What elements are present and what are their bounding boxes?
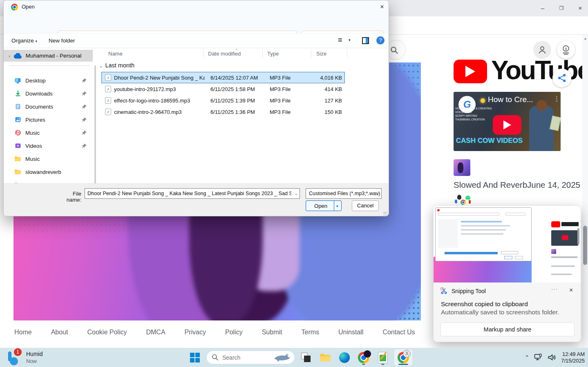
file-row[interactable]: ♪ youtube-intro-291172.mp3 6/11/2025 1:5… xyxy=(102,84,344,94)
page-search-pill[interactable] xyxy=(387,40,405,60)
window-restore-button[interactable]: ❐ xyxy=(557,4,566,12)
markup-and-share-button[interactable]: Markup and share xyxy=(440,323,575,336)
taskbar-search-input[interactable] xyxy=(222,354,271,361)
edge-button[interactable] xyxy=(337,349,352,366)
chrome-icon xyxy=(398,352,409,363)
documents-icon xyxy=(15,103,21,110)
active-indicator xyxy=(398,364,408,365)
footer-link-policy[interactable]: Policy xyxy=(225,329,243,336)
footer-link-uninstall[interactable]: Uninstall xyxy=(338,329,363,336)
footer-link-contact-us[interactable]: Contact Us xyxy=(382,329,415,336)
window-minimize-button[interactable]: – xyxy=(539,4,547,12)
notification-more-icon[interactable]: ··· xyxy=(551,286,558,292)
chrome-button[interactable] xyxy=(356,349,371,366)
file-row[interactable]: ♪ cinematic-intro-2-96470.mp3 6/11/2025 … xyxy=(102,107,344,117)
sidebar-item-documents[interactable]: Documents xyxy=(9,100,90,113)
music-icon xyxy=(15,129,21,136)
sidebar-item-pictures[interactable]: Pictures xyxy=(9,113,90,126)
screenshot-preview[interactable] xyxy=(434,206,581,282)
footer-link-submit[interactable]: Submit xyxy=(262,329,282,336)
column-header-date[interactable]: Date modified xyxy=(208,51,241,57)
dialog-close-icon[interactable]: × xyxy=(378,2,387,11)
footer-link-about[interactable]: About xyxy=(51,329,68,336)
dialog-titlebar[interactable]: Open × xyxy=(4,0,389,13)
task-view-square-front xyxy=(304,356,311,362)
file-row-selected[interactable]: ♪ Dhoor Pendi-2 New Punjabi Song _ Kaka … xyxy=(102,72,344,83)
footer-link-privacy[interactable]: Privacy xyxy=(185,329,206,336)
search-icon xyxy=(212,354,219,361)
sidebar-item-music[interactable]: Music xyxy=(9,127,90,139)
person-icon xyxy=(537,45,547,55)
file-name-dropdown-icon[interactable]: ⌄ xyxy=(295,191,298,196)
mp3-file-icon: ♪ xyxy=(105,109,111,115)
sidebar-item-os-drive[interactable]: OS (E:) xyxy=(9,179,90,183)
file-size: 127 KB xyxy=(306,98,342,104)
file-name-label: File name: xyxy=(57,191,81,203)
footer-link-dmca[interactable]: DMCA xyxy=(146,329,165,336)
notification-subtitle: Automatically saved to screenshots folde… xyxy=(441,309,559,316)
file-date: 6/11/2025 1:36 PM xyxy=(210,109,264,115)
taskbar-clock[interactable]: 12:49 AM 7/15/2025 xyxy=(561,351,585,364)
videos-icon xyxy=(15,142,21,149)
footer-link-home[interactable]: Home xyxy=(14,329,32,336)
collapse-icon[interactable]: ⌄ xyxy=(99,64,103,68)
task-view-button[interactable] xyxy=(298,349,314,366)
pictures-icon xyxy=(15,116,21,123)
view-list-icon[interactable]: ≡ xyxy=(338,36,342,44)
sidebar-item-desktop[interactable]: Desktop xyxy=(9,74,90,87)
weather-widget[interactable]: 1 Humid Now xyxy=(5,348,42,367)
sidebar-item-onedrive[interactable]: › Muhammad - Personal xyxy=(4,50,93,62)
column-header-type[interactable]: Type xyxy=(267,51,279,57)
post-thumbnail[interactable] xyxy=(454,159,470,176)
page-scrollbar[interactable]: ▲ xyxy=(582,35,588,348)
tray-chevron-icon[interactable]: ⌃ xyxy=(525,354,529,360)
scroll-up-arrow[interactable]: ▲ xyxy=(584,36,587,40)
page-scrollbar-thumb[interactable] xyxy=(583,226,587,265)
chrome-active-button[interactable] xyxy=(394,349,412,366)
view-caret-icon[interactable]: ▾ xyxy=(349,38,351,42)
mini-filename xyxy=(445,252,498,254)
taskbar-search[interactable] xyxy=(206,351,295,364)
file-row[interactable]: ♪ effect-for-logo-intro-186595.mp3 6/11/… xyxy=(102,95,344,106)
sidebar-item-slowandreverb[interactable]: slowandreverb xyxy=(9,166,90,178)
sidebar-scrollbar[interactable] xyxy=(94,65,96,183)
sidebar-item-music-folder[interactable]: Music xyxy=(9,153,90,165)
volume-icon[interactable] xyxy=(548,354,556,361)
file-explorer-button[interactable] xyxy=(317,349,333,366)
sidebar-item-videos[interactable]: Videos xyxy=(9,140,90,152)
new-folder-button[interactable]: New folder xyxy=(49,38,75,44)
help-icon[interactable]: ? xyxy=(376,36,385,44)
open-dropdown-icon[interactable]: ▾ xyxy=(336,204,338,208)
youtube-logo-text: YouTube xyxy=(491,55,585,88)
file-name-input[interactable] xyxy=(85,188,300,199)
network-icon[interactable] xyxy=(534,354,543,361)
pin-icon xyxy=(82,143,87,149)
resize-grip[interactable] xyxy=(383,211,387,216)
window-close-button[interactable]: × xyxy=(576,4,584,12)
share-button[interactable] xyxy=(552,69,571,87)
mini-post-thumb xyxy=(551,249,556,254)
youtube-logo-icon[interactable] xyxy=(454,60,487,83)
mini-row xyxy=(461,229,506,231)
sidebar-item-downloads[interactable]: Downloads xyxy=(9,87,90,100)
mini-addressbar xyxy=(438,213,499,216)
column-header-name[interactable]: Name xyxy=(108,51,123,57)
markup-app-button[interactable] xyxy=(375,349,391,366)
thumbnail-play-button[interactable] xyxy=(493,115,521,135)
notification-close-icon[interactable]: × xyxy=(569,287,573,294)
preview-pane-icon[interactable] xyxy=(362,37,369,44)
footer-link-terms[interactable]: Terms xyxy=(301,329,319,336)
group-header[interactable]: ⌄Last month xyxy=(99,62,134,69)
column-header-size[interactable]: Size xyxy=(316,51,326,57)
post-title[interactable]: Slowed And ReverbJune 14, 2025 xyxy=(454,180,580,190)
file-type-select[interactable]: Customised Files (*.mp3;*.wav) xyxy=(306,188,382,199)
video-thumbnail[interactable]: G How to Cre... ⋮ VIDEO EDITING & CREATI… xyxy=(454,92,561,151)
chrome-icon xyxy=(358,352,369,363)
video-menu-icon[interactable]: ⋮ xyxy=(554,95,560,102)
file-type-dropdown-icon: ⌄ xyxy=(376,191,380,196)
linux-icon xyxy=(457,195,461,200)
organize-button[interactable]: Organize ▾ xyxy=(11,38,37,44)
cancel-button[interactable]: Cancel xyxy=(352,200,379,211)
footer-link-cookie-policy[interactable]: Cookie Policy xyxy=(87,329,127,336)
start-button[interactable] xyxy=(187,349,203,366)
